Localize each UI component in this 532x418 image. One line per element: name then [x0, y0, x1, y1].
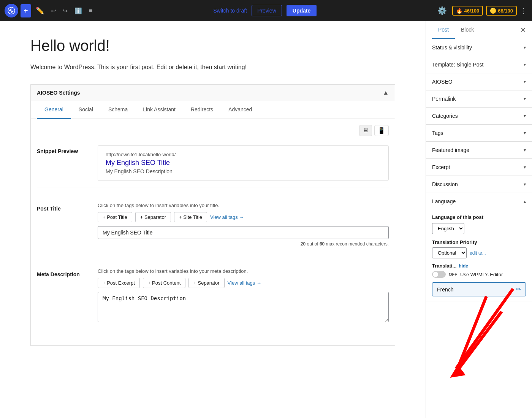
sidebar-section-discussion-title: Discussion: [432, 181, 458, 187]
sidebar-section-aioseo-title: AIOSEO: [432, 79, 453, 85]
edit-translation-link[interactable]: edit te...: [470, 250, 486, 256]
tag-separator[interactable]: + Separator: [135, 212, 171, 222]
post-title-tags: + Post Title + Separator + Site Title Vi…: [98, 212, 389, 222]
toolbar: + ✏️ ↩ ↪ ℹ️ ≡ Switch to draft Preview Up…: [0, 0, 532, 21]
tab-general[interactable]: General: [37, 101, 71, 119]
sidebar-section-template: Template: Single Post ▾: [426, 56, 532, 73]
mobile-view-button[interactable]: 📱: [374, 125, 389, 136]
post-body-text[interactable]: Welcome to WordPress. This is your first…: [30, 62, 395, 72]
redo-button[interactable]: ↪: [60, 5, 70, 17]
toggle-description: Use WPML's Editor: [460, 272, 503, 277]
aioseo-settings: AIOSEO Settings ▲ General Social Schema …: [30, 84, 395, 346]
device-icons: 🖥 📱: [37, 125, 389, 136]
tag-post-excerpt[interactable]: + Post Excerpt: [98, 278, 140, 288]
sidebar-section-categories-header[interactable]: Categories ▾: [426, 108, 532, 124]
translation-priority-label: Translation Priority: [432, 239, 526, 245]
sidebar-section-categories: Categories ▾: [426, 108, 532, 125]
toolbar-right: ⚙️ 🔥 46/100 🟡 68/100 ⋮: [435, 4, 527, 17]
sidebar-section-tags: Tags ▾: [426, 125, 532, 142]
desktop-view-button[interactable]: 🖥: [359, 125, 372, 136]
aioseo-collapse-button[interactable]: ▲: [383, 89, 389, 96]
sidebar-section-language-title: Language: [432, 198, 456, 204]
sidebar-section-permalink-header[interactable]: Permalink ▾: [426, 90, 532, 107]
sidebar-tab-post[interactable]: Post: [432, 21, 455, 39]
sidebar-section-status-title: Status & visibility: [432, 44, 472, 51]
list-view-button[interactable]: ≡: [87, 5, 95, 16]
snippet-box: http://newsite1.local/hello-world/ My En…: [98, 145, 389, 181]
chevron-down-icon-categories: ▾: [524, 113, 526, 119]
meta-description-textarea[interactable]: My English SEO Description: [98, 292, 389, 322]
tag-separator-meta[interactable]: + Separator: [188, 278, 224, 288]
language-select[interactable]: English French: [432, 223, 464, 234]
toggle-slider: [432, 271, 446, 278]
sidebar-tabs: Post Block: [432, 21, 480, 39]
sidebar-section-excerpt-header[interactable]: Excerpt ▾: [426, 159, 532, 176]
french-translation-item[interactable]: French ✏: [432, 282, 526, 296]
snippet-seo-title[interactable]: My English SEO Title: [106, 159, 381, 167]
update-button[interactable]: Update: [287, 5, 317, 16]
chevron-down-icon: ▾: [524, 45, 526, 50]
sidebar-section-language-header[interactable]: Language ▴: [426, 193, 532, 210]
sidebar-header: Post Block ✕: [426, 21, 532, 39]
tag-post-title[interactable]: + Post Title: [98, 212, 132, 222]
undo-button[interactable]: ↩: [49, 5, 58, 17]
edit-button[interactable]: ✏️: [33, 4, 46, 17]
sidebar-section-featured-image: Featured image ▾: [426, 142, 532, 159]
char-count: 20 out of 60 max recommended characters.: [98, 241, 389, 247]
sidebar-section-language: Language ▴ Language of this post English…: [426, 193, 532, 301]
chevron-down-icon-permalink: ▾: [524, 96, 526, 101]
tab-content-general: 🖥 📱 Snippet Preview http://newsite1.loca…: [31, 119, 395, 345]
tag-post-content[interactable]: + Post Content: [143, 278, 185, 288]
chevron-down-icon-excerpt: ▾: [524, 165, 526, 170]
sidebar-section-template-title: Template: Single Post: [432, 62, 483, 68]
language-select-wrap: English French: [432, 223, 526, 234]
meta-description-tags: + Post Excerpt + Post Content + Separato…: [98, 278, 389, 288]
sidebar-section-discussion-header[interactable]: Discussion ▾: [426, 176, 532, 193]
snippet-preview-section: Snippet Preview http://newsite1.local/he…: [37, 139, 389, 187]
post-title-section: Post Title Click on the tags below to in…: [37, 196, 389, 253]
info-button[interactable]: ℹ️: [72, 5, 84, 17]
sidebar-section-featured-image-title: Featured image: [432, 147, 469, 153]
preview-button[interactable]: Preview: [252, 5, 282, 16]
post-title-input[interactable]: [98, 226, 389, 239]
aioseo-tabs: General Social Schema Link Assistant Red…: [31, 101, 395, 119]
snippet-url: http://newsite1.local/hello-world/: [106, 152, 381, 157]
wp-logo: [5, 4, 18, 17]
seo-score-badge: 🔥 46/100: [452, 6, 483, 16]
wpml-toggle[interactable]: [432, 271, 446, 278]
switch-to-draft-button[interactable]: Switch to draft: [213, 8, 247, 14]
snippet-description: My English SEO Description: [106, 168, 381, 174]
tab-schema[interactable]: Schema: [101, 101, 135, 119]
add-block-button[interactable]: +: [21, 4, 31, 17]
tab-advanced[interactable]: Advanced: [221, 101, 260, 119]
tab-social[interactable]: Social: [71, 101, 101, 119]
tab-redirects[interactable]: Redirects: [183, 101, 221, 119]
french-edit-icon[interactable]: ✏: [516, 286, 521, 293]
sidebar-section-aioseo-header[interactable]: AIOSEO ▾: [426, 73, 532, 90]
close-sidebar-button[interactable]: ✕: [520, 26, 526, 34]
meta-description-section: Meta Description Click on the tags below…: [37, 262, 389, 330]
toggle-off-label: OFF: [449, 272, 457, 277]
view-all-tags-link[interactable]: View all tags →: [210, 214, 244, 220]
tab-link-assistant[interactable]: Link Assistant: [135, 101, 183, 119]
post-title-heading[interactable]: Hello world!: [30, 36, 395, 55]
chevron-up-icon-language: ▴: [524, 199, 526, 204]
tag-site-title[interactable]: + Site Title: [174, 212, 207, 222]
sidebar-section-excerpt-title: Excerpt: [432, 164, 450, 170]
view-all-tags-meta-link[interactable]: View all tags →: [228, 280, 261, 286]
settings-button[interactable]: ⚙️: [435, 4, 449, 17]
sidebar-section-template-header[interactable]: Template: Single Post ▾: [426, 56, 532, 73]
language-content: Language of this post English French Tra…: [426, 210, 532, 301]
more-options-button[interactable]: ⋮: [520, 6, 527, 15]
content-area: Hello world! Welcome to WordPress. This …: [0, 21, 426, 418]
hide-translation-jobs-link[interactable]: hide: [459, 263, 468, 269]
sidebar-section-tags-header[interactable]: Tags ▾: [426, 125, 532, 141]
sidebar-section-status-header[interactable]: Status & visibility ▾: [426, 39, 532, 56]
sidebar-section-status: Status & visibility ▾: [426, 39, 532, 56]
toggle-row: OFF Use WPML's Editor: [432, 271, 526, 278]
right-sidebar: Post Block ✕ Status & visibility ▾ Templ…: [426, 21, 532, 418]
sidebar-section-featured-image-header[interactable]: Featured image ▾: [426, 142, 532, 158]
post-title-field-content: Click on the tags below to insert variab…: [98, 203, 389, 247]
translation-priority-select[interactable]: Optional High Medium: [432, 247, 467, 258]
sidebar-tab-block[interactable]: Block: [455, 21, 480, 39]
